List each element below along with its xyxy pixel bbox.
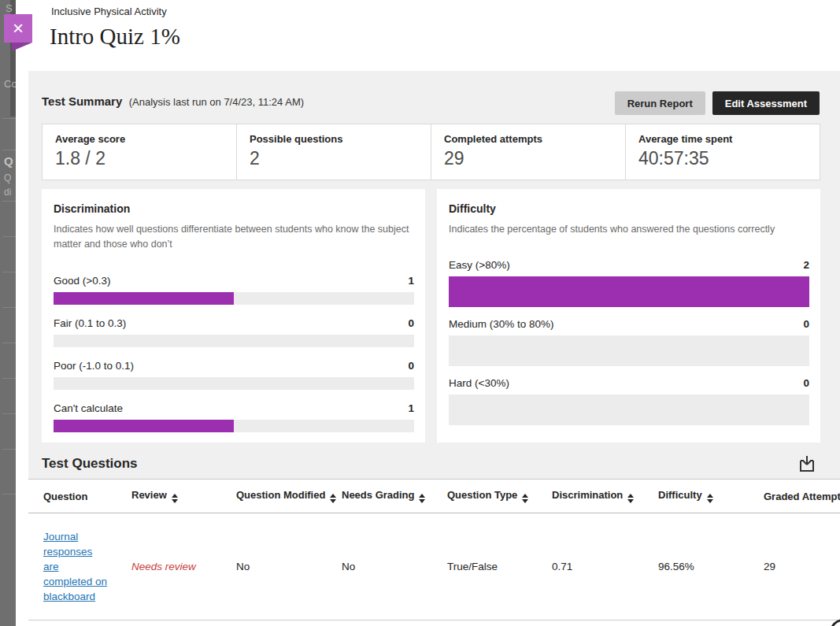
discrimination-cell: 0.71: [552, 561, 658, 572]
difficulty-panel: Difficulty Indicates the percentage of s…: [437, 189, 820, 443]
bar-easy: Easy (>80%) 2: [449, 259, 809, 307]
divider: [2, 449, 16, 450]
column-header-needs-grading[interactable]: Needs Grading: [342, 489, 447, 503]
divider: [2, 236, 16, 237]
sort-icon[interactable]: [330, 494, 336, 503]
column-header-question-modified[interactable]: Question Modified: [236, 489, 342, 503]
bar-count: 0: [408, 317, 414, 329]
bar-good: Good (>0.3) 1: [54, 275, 414, 305]
download-icon[interactable]: [797, 454, 816, 473]
bar-medium: Medium (30% to 80%) 0: [449, 318, 809, 366]
divider: [2, 494, 16, 495]
stat-possible-questions: Possible questions 2: [237, 124, 431, 180]
column-header-question-type[interactable]: Question Type: [447, 489, 552, 503]
column-header-difficulty[interactable]: Difficulty: [658, 489, 764, 503]
column-header-review[interactable]: Review: [131, 489, 236, 503]
edit-assessment-button[interactable]: Edit Assessment: [712, 91, 820, 115]
bar-cant-calculate: Can't calculate 1: [54, 402, 414, 432]
page-title: Intro Quiz 1%: [50, 24, 180, 50]
section-title: Test Summary: [42, 94, 122, 108]
needs-grading-cell: No: [342, 561, 447, 572]
analysis-last-run: (Analysis last run on 7/4/23, 11:24 AM): [129, 96, 304, 108]
test-questions-heading: Test Questions: [42, 456, 138, 472]
stat-completed-attempts: Completed attempts 29: [431, 124, 626, 180]
underlying-text-fragment: di: [4, 187, 11, 198]
sort-icon[interactable]: [522, 494, 528, 503]
needs-review-flag: Needs review: [131, 561, 196, 572]
bar-poor: Poor (-1.0 to 0.1) 0: [54, 360, 414, 390]
rerun-report-button[interactable]: Rerun Report: [615, 91, 705, 115]
divider: [2, 413, 16, 414]
bar-count: 0: [408, 360, 414, 372]
column-header-discrimination[interactable]: Discrimination: [552, 489, 658, 503]
underlying-text-fragment: S: [6, 2, 13, 14]
bar-count: 1: [408, 402, 414, 414]
bar-count: 1: [408, 275, 414, 287]
stat-average-score: Average score 1.8 / 2: [43, 124, 237, 180]
column-header-question: Question: [43, 491, 131, 502]
summary-stats-row: Average score 1.8 / 2 Possible questions…: [42, 124, 820, 180]
graded-attempts-cell: 29: [764, 561, 840, 572]
breadcrumb: Inclusive Physical Activity: [51, 6, 167, 17]
report-panel: Inclusive Physical Activity Intro Quiz 1…: [16, 0, 840, 626]
discrimination-panel: Discrimination Indicates how well questi…: [42, 189, 425, 443]
panel-description: Indicates the percentage of students who…: [449, 222, 809, 237]
stat-average-time-spent: Average time spent 40:57:35: [626, 124, 820, 180]
test-summary-section: Test Summary (Analysis last run on 7/4/2…: [28, 71, 840, 479]
underlying-text-fragment: Q: [4, 154, 13, 168]
divider: [2, 201, 16, 202]
panel-description: Indicates how well questions differentia…: [54, 222, 414, 253]
sort-icon[interactable]: [419, 494, 425, 503]
sort-icon[interactable]: [707, 494, 713, 503]
bar-hard: Hard (<30%) 0: [449, 377, 809, 425]
bar-count: 0: [803, 318, 809, 330]
question-modified-cell: No: [236, 561, 342, 572]
test-questions-table: Question Review Question Modified Needs …: [28, 479, 840, 620]
panel-title: Discrimination: [54, 202, 414, 215]
divider: [2, 307, 16, 308]
divider: [2, 150, 16, 150]
question-type-cell: True/False: [447, 561, 552, 572]
underlying-text-fragment: Q: [4, 172, 11, 183]
table-header-row: Question Review Question Modified Needs …: [28, 480, 840, 513]
test-summary-heading: Test Summary (Analysis last run on 7/4/2…: [42, 94, 304, 109]
divider: [2, 343, 16, 343]
underlying-text-fragment: Co: [4, 78, 16, 90]
page-overlay-strip: S Co Q Q di: [0, 0, 16, 626]
question-link[interactable]: Journal responses are completed on black…: [43, 529, 108, 604]
bar-count: 0: [803, 377, 809, 389]
sort-icon[interactable]: [172, 494, 178, 503]
close-button[interactable]: ×: [4, 14, 32, 43]
panel-title: Difficulty: [449, 202, 809, 215]
bar-fair: Fair (0.1 to 0.3) 0: [54, 317, 414, 347]
divider: [2, 118, 16, 119]
column-header-graded-attempts: Graded Attempts: [764, 491, 840, 502]
difficulty-cell: 96.56%: [658, 561, 764, 572]
question-cell: Journal responses are completed on black…: [43, 529, 131, 604]
close-button-fold: [12, 43, 32, 51]
sort-icon[interactable]: [627, 494, 634, 503]
divider: [2, 272, 16, 272]
divider: [2, 378, 16, 379]
table-row: Journal responses are completed on black…: [28, 513, 840, 620]
review-cell: Needs review: [131, 561, 236, 572]
bar-count: 2: [803, 259, 809, 271]
